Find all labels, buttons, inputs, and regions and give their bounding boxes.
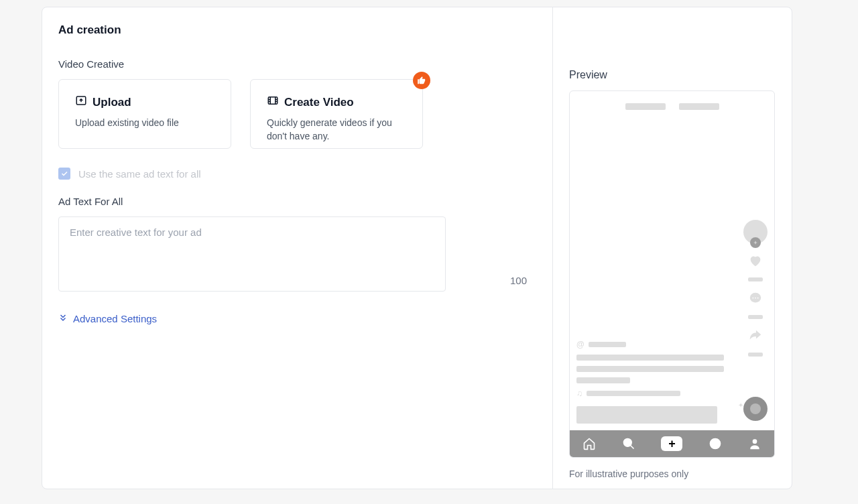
ad-text-input[interactable] [58,216,446,292]
heart-icon [747,253,764,268]
sparkle-icon: ✦ [738,401,743,409]
music-note-icon: ♫ [576,389,583,398]
at-symbol-icon: @ [576,340,585,349]
caption-placeholder [576,377,630,383]
create-video-desc: Quickly generate videos if you don't hav… [267,117,406,143]
video-creative-label: Video Creative [58,58,536,70]
username-placeholder [589,342,626,347]
create-video-option-card[interactable]: Create Video Quickly generate videos if … [250,79,423,149]
home-icon [583,437,596,450]
chevron-down-double-icon [58,313,68,324]
profile-icon [748,437,761,450]
upload-desc: Upload existing video file [75,117,214,130]
upload-icon [75,94,87,110]
create-video-icon [267,94,279,110]
upload-option-card[interactable]: Upload Upload existing video file [58,79,231,149]
music-disc-icon [743,397,768,421]
preview-nav-bar: + [570,430,774,457]
preview-tab-placeholder [679,103,719,110]
ad-text-label: Ad Text For All [58,196,536,207]
svg-point-5 [752,439,757,444]
cta-placeholder [576,406,717,424]
upload-title: Upload [93,96,131,109]
preview-tab-placeholder [625,103,666,110]
inbox-icon [709,437,722,450]
same-text-label: Use the same ad text for all [78,168,201,180]
advanced-settings-label: Advanced Settings [73,313,157,324]
comment-icon [747,291,764,306]
follow-plus-icon [750,237,761,248]
same-text-checkbox[interactable] [58,168,70,180]
preview-title: Preview [569,69,776,81]
phone-preview: @ ♫ ✦ + [569,90,775,458]
music-placeholder [587,391,680,396]
search-icon [622,437,635,450]
count-placeholder [748,315,763,319]
count-placeholder [748,353,763,357]
preview-disclaimer: For illustrative purposes only [569,468,776,479]
svg-rect-1 [268,97,278,105]
svg-point-3 [623,439,631,447]
create-post-icon: + [661,436,682,451]
recommended-badge-icon [413,72,430,89]
count-placeholder [748,277,763,281]
advanced-settings-toggle[interactable]: Advanced Settings [58,313,157,324]
share-icon [747,328,764,343]
create-video-title: Create Video [284,96,354,109]
page-title: Ad creation [58,23,536,37]
char-limit: 100 [510,275,527,286]
caption-placeholder [576,355,724,361]
avatar-placeholder [743,220,768,244]
caption-placeholder [576,366,724,372]
